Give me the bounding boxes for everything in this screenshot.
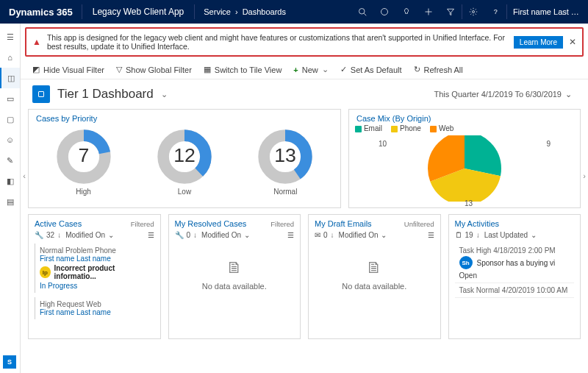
- donut-normal[interactable]: 13 Normal: [256, 127, 315, 196]
- app-name[interactable]: Legacy Web Client App: [82, 7, 195, 17]
- refresh-icon: ↻: [414, 65, 420, 74]
- scroll-right-button[interactable]: ›: [579, 161, 588, 191]
- learn-more-button[interactable]: Learn More: [514, 36, 563, 49]
- file-icon: 🗎: [309, 258, 440, 277]
- list-icon[interactable]: ▤: [0, 191, 20, 212]
- svg-line-1: [364, 13, 366, 15]
- breadcrumb[interactable]: Service › Dashboards: [195, 7, 295, 16]
- gear-icon[interactable]: [462, 0, 484, 24]
- scroll-left-button[interactable]: ‹: [21, 161, 29, 191]
- chevron-right-icon: ›: [235, 7, 238, 16]
- tile-icon: ▦: [204, 65, 211, 74]
- check-icon: ✓: [340, 65, 347, 74]
- legacy-warning-banner: ▲ This app is designed for the legacy we…: [25, 27, 584, 57]
- dashboards-icon[interactable]: ◫: [0, 68, 20, 88]
- draft-emails-card: My Draft EmailsUnfiltered ✉0↓ Modified O…: [308, 214, 441, 339]
- sort-dropdown[interactable]: Modified On⌄: [65, 231, 114, 239]
- chevron-down-icon: ⌄: [108, 231, 114, 239]
- arrow-down-icon: ↓: [476, 231, 480, 239]
- file-icon: 🗎: [169, 258, 301, 277]
- card-title: Cases by Priority: [29, 110, 340, 124]
- svg-text:12: 12: [173, 144, 196, 166]
- list-item[interactable]: Task High 4/18/2019 2:00 PM ShSponsor ha…: [455, 244, 575, 283]
- tag-icon[interactable]: ◧: [0, 171, 20, 191]
- brand[interactable]: Dynamics 365: [0, 0, 82, 24]
- dashboard-tile-icon: [32, 85, 50, 103]
- arrow-down-icon: ↓: [331, 231, 334, 239]
- chevron-down-icon[interactable]: ⌄: [161, 90, 168, 99]
- avatar: Sh: [459, 256, 473, 269]
- svg-text:7: 7: [78, 144, 89, 166]
- hide-visual-filter-button[interactable]: ◩Hide Visual Filter: [32, 65, 104, 74]
- command-bar: ◩Hide Visual Filter ▽Show Global Filter …: [21, 60, 588, 79]
- donut-high[interactable]: 7 High: [54, 127, 113, 196]
- set-default-button[interactable]: ✓Set As Default: [340, 65, 402, 74]
- arrow-down-icon: ↓: [57, 231, 61, 239]
- close-icon[interactable]: ✕: [569, 37, 576, 47]
- menu-icon[interactable]: ☰: [0, 26, 20, 47]
- wrench-icon: 🔧: [175, 231, 184, 239]
- area-switcher[interactable]: S: [3, 355, 16, 369]
- avatar: Ip: [40, 266, 51, 278]
- warning-icon: ▲: [32, 37, 41, 47]
- clipboard-icon: 🗒: [455, 231, 462, 239]
- chevron-down-icon: ⌄: [244, 231, 250, 239]
- entity-icon[interactable]: ▭: [0, 88, 20, 109]
- svg-point-5: [473, 11, 475, 13]
- resolved-cases-card: My Resolved CasesFiltered 🔧0↓ Modified O…: [168, 214, 301, 339]
- contacts-icon[interactable]: ☺: [0, 129, 20, 150]
- pin-icon[interactable]: ✎: [0, 150, 20, 171]
- breadcrumb-page: Dashboards: [243, 7, 286, 16]
- show-global-filter-button[interactable]: ▽Show Global Filter: [116, 65, 192, 74]
- cases-by-priority-card: Cases by Priority 7 High 12 Low 13 Norma: [28, 109, 341, 208]
- view-toggle-icon[interactable]: ☰: [287, 231, 294, 239]
- lightbulb-icon[interactable]: [395, 0, 417, 24]
- donut-low[interactable]: 12 Low: [155, 127, 214, 196]
- legend: Email Phone Web: [349, 124, 580, 132]
- list-item[interactable]: High Request Web First name Last name: [35, 297, 154, 319]
- warning-text: This app is designed for the legacy web …: [47, 33, 508, 51]
- date-range-picker[interactable]: This Quarter 4/1/2019 To 6/30/2019⌄: [434, 90, 576, 99]
- sort-dropdown[interactable]: Modified On⌄: [339, 231, 387, 239]
- dashboard-title-bar: Tier 1 Dashboard ⌄ This Quarter 4/1/2019…: [21, 79, 588, 106]
- wrench-icon: 🔧: [35, 231, 43, 239]
- home-icon[interactable]: ⌂: [0, 47, 20, 68]
- pie-chart[interactable]: [428, 135, 501, 202]
- svg-text:?: ?: [494, 8, 498, 15]
- svg-text:13: 13: [274, 144, 296, 166]
- help-icon[interactable]: ?: [484, 0, 506, 24]
- global-header: Dynamics 365 Legacy Web Client App Servi…: [0, 0, 588, 24]
- chevron-down-icon: ⌄: [381, 231, 387, 239]
- mail-icon: ✉: [315, 231, 320, 239]
- my-activities-card: My Activities 🗒19↓ Last Updated⌄ Task Hi…: [448, 214, 581, 339]
- list-item[interactable]: Normal Problem Phone First name Last nam…: [35, 244, 154, 293]
- chevron-down-icon: ⌄: [531, 231, 537, 239]
- accounts-icon[interactable]: ▢: [0, 109, 20, 129]
- sort-dropdown[interactable]: Modified On⌄: [201, 231, 250, 239]
- refresh-all-button[interactable]: ↻Refresh All: [414, 65, 463, 74]
- user-menu[interactable]: First name Last na...: [507, 7, 588, 16]
- active-cases-card: Active CasesFiltered 🔧32↓ Modified On⌄ ☰…: [28, 214, 161, 339]
- sort-dropdown[interactable]: Last Updated⌄: [484, 231, 537, 239]
- plus-icon: +: [293, 65, 298, 74]
- chart-icon: ◩: [32, 65, 40, 74]
- list-item[interactable]: Task Normal 4/20/2019 10:00 AM: [455, 283, 575, 298]
- card-title: Case Mix (By Origin): [349, 110, 580, 124]
- case-mix-origin-card: Case Mix (By Origin) Email Phone Web 9: [348, 109, 581, 208]
- assistant-icon[interactable]: [373, 0, 395, 24]
- new-button[interactable]: +New⌄: [293, 65, 328, 74]
- filter-icon[interactable]: [440, 0, 462, 24]
- chevron-down-icon: ⌄: [322, 65, 329, 74]
- page-title: Tier 1 Dashboard: [57, 87, 154, 102]
- add-icon[interactable]: [417, 0, 440, 24]
- left-nav: ☰ ⌂ ◫ ▭ ▢ ☺ ✎ ◧ ▤ S: [0, 24, 21, 373]
- view-toggle-icon[interactable]: ☰: [428, 231, 434, 239]
- view-toggle-icon[interactable]: ☰: [148, 231, 154, 239]
- svg-point-0: [359, 9, 365, 15]
- breadcrumb-area: Service: [204, 7, 231, 16]
- funnel-icon: ▽: [116, 65, 122, 74]
- arrow-down-icon: ↓: [193, 231, 197, 239]
- chevron-down-icon: ⌄: [565, 90, 572, 99]
- search-icon[interactable]: [351, 0, 373, 24]
- switch-tile-view-button[interactable]: ▦Switch to Tile View: [204, 65, 282, 74]
